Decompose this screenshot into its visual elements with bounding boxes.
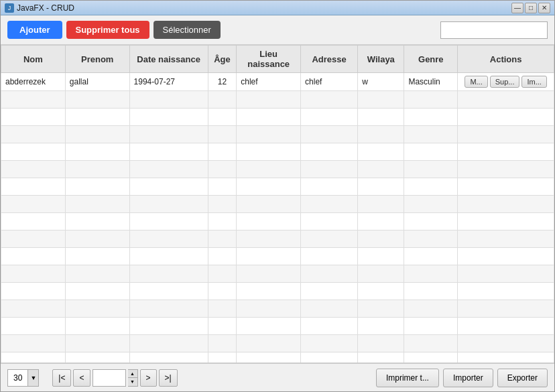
app-icon: J	[5, 3, 14, 13]
imprimer-row-button[interactable]: Im...	[521, 76, 546, 88]
table-container: Nom Prenom Date naissance Âge Lieu naiss…	[1, 45, 554, 363]
page-size-selector[interactable]: 30 ▼	[7, 369, 39, 387]
empty-cell	[65, 109, 129, 126]
empty-cell	[208, 231, 237, 248]
empty-cell	[1, 213, 66, 231]
empty-cell	[129, 196, 208, 213]
col-header-prenom: Prenom	[65, 46, 129, 73]
empty-cell	[404, 109, 458, 126]
empty-cell	[65, 161, 129, 178]
supprimer-row-button[interactable]: Sup...	[490, 76, 520, 88]
empty-cell	[458, 352, 554, 364]
supprimer-tous-button[interactable]: Supprimer tous	[66, 21, 149, 39]
selectionner-button[interactable]: Sélectionner	[153, 21, 221, 39]
pagination: |< < ▲ ▼ > >|	[52, 369, 177, 387]
empty-cell	[237, 283, 301, 300]
page-number-input[interactable]	[92, 369, 126, 387]
empty-cell	[358, 196, 404, 213]
importer-button[interactable]: Importer	[443, 369, 493, 387]
empty-cell	[237, 335, 301, 352]
minimize-button[interactable]: —	[511, 3, 523, 13]
cell-adresse: chlef	[301, 73, 358, 91]
empty-cell	[358, 335, 404, 352]
nav-last-button[interactable]: >|	[159, 369, 178, 387]
empty-cell	[301, 213, 358, 231]
empty-cell	[208, 335, 237, 352]
empty-cell	[237, 318, 301, 335]
empty-cell	[65, 213, 129, 231]
empty-cell	[358, 213, 404, 231]
ajouter-button[interactable]: Ajouter	[7, 21, 62, 39]
col-header-date: Date naissance	[129, 46, 208, 73]
empty-cell	[129, 178, 208, 196]
empty-cell	[358, 283, 404, 300]
empty-cell	[358, 248, 404, 265]
imprimer-tous-button[interactable]: Imprimer t...	[376, 369, 439, 387]
empty-cell	[301, 91, 358, 109]
col-header-age: Âge	[208, 46, 237, 73]
empty-cell	[404, 161, 458, 178]
page-up-button[interactable]: ▲	[128, 370, 137, 378]
empty-cell	[208, 265, 237, 283]
title-bar: J JavaFX - CRUD — □ ✕	[1, 1, 554, 15]
empty-cell	[65, 352, 129, 364]
nav-prev-button[interactable]: <	[73, 369, 90, 387]
page-spinner: ▲ ▼	[128, 369, 138, 387]
col-header-adresse: Adresse	[301, 46, 358, 73]
window-controls: — □ ✕	[511, 3, 550, 13]
modifier-button[interactable]: M...	[465, 76, 487, 88]
empty-cell	[358, 161, 404, 178]
page-down-button[interactable]: ▼	[128, 378, 137, 386]
title-bar-title: J JavaFX - CRUD	[5, 3, 74, 13]
nav-first-button[interactable]: |<	[52, 369, 71, 387]
empty-cell	[65, 143, 129, 161]
empty-row	[1, 161, 554, 178]
empty-row	[1, 91, 554, 109]
action-buttons: M... Sup... Im...	[462, 76, 550, 88]
empty-cell	[301, 231, 358, 248]
empty-cell	[208, 352, 237, 364]
empty-row	[1, 109, 554, 126]
search-input[interactable]	[440, 21, 548, 39]
empty-cell	[404, 283, 458, 300]
empty-cell	[65, 318, 129, 335]
empty-cell	[1, 143, 66, 161]
empty-cell	[129, 109, 208, 126]
empty-cell	[237, 213, 301, 231]
empty-cell	[65, 265, 129, 283]
empty-cell	[208, 161, 237, 178]
empty-cell	[208, 283, 237, 300]
empty-cell	[458, 300, 554, 318]
empty-cell	[208, 143, 237, 161]
empty-cell	[237, 231, 301, 248]
empty-cell	[358, 126, 404, 143]
empty-cell	[237, 109, 301, 126]
nav-next-button[interactable]: >	[140, 369, 157, 387]
empty-cell	[301, 318, 358, 335]
empty-row	[1, 248, 554, 265]
empty-cell	[65, 231, 129, 248]
page-size-dropdown-arrow[interactable]: ▼	[27, 370, 38, 386]
empty-cell	[358, 178, 404, 196]
empty-cell	[65, 283, 129, 300]
empty-cell	[1, 178, 66, 196]
close-button[interactable]: ✕	[538, 3, 550, 13]
empty-cell	[65, 335, 129, 352]
empty-cell	[458, 265, 554, 283]
exporter-button[interactable]: Exporter	[497, 369, 548, 387]
empty-cell	[458, 283, 554, 300]
empty-row	[1, 265, 554, 283]
main-window: J JavaFX - CRUD — □ ✕ Ajouter Supprimer …	[0, 0, 555, 392]
empty-row	[1, 352, 554, 364]
empty-cell	[358, 109, 404, 126]
footer-right: Imprimer t... Importer Exporter	[376, 369, 548, 387]
empty-cell	[1, 126, 66, 143]
empty-cell	[237, 248, 301, 265]
empty-cell	[358, 231, 404, 248]
maximize-button[interactable]: □	[525, 3, 537, 13]
empty-cell	[237, 178, 301, 196]
empty-cell	[458, 248, 554, 265]
empty-cell	[358, 318, 404, 335]
empty-cell	[237, 196, 301, 213]
empty-cell	[404, 178, 458, 196]
